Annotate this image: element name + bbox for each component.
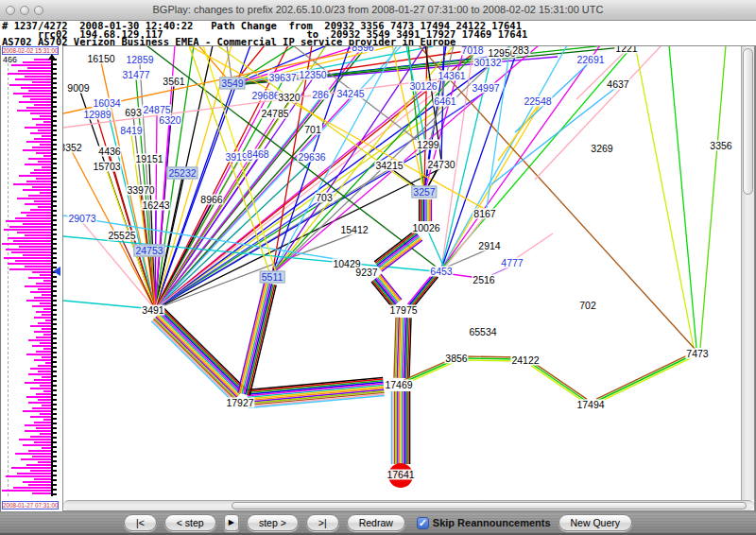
- as-node-14361[interactable]: 14361: [437, 71, 466, 81]
- as-node-17927[interactable]: 17927: [225, 398, 254, 408]
- as-node-286[interactable]: 286: [311, 90, 330, 100]
- as-node-6320[interactable]: 6320: [158, 115, 181, 126]
- step-forward-button[interactable]: step >: [247, 514, 299, 531]
- event-bar: [32, 81, 51, 83]
- as-node-3549[interactable]: 3549: [219, 78, 245, 90]
- as-node-7473[interactable]: 7473: [685, 349, 709, 359]
- as-node-3561[interactable]: 3561: [162, 77, 185, 87]
- as-node-34215[interactable]: 34215: [374, 161, 404, 171]
- as-node-3269[interactable]: 3269: [590, 144, 613, 154]
- as-node-3491[interactable]: 3491: [141, 305, 164, 316]
- player-toolbar: |< < step ▶ step > >| Redraw ✓ Skip Rean…: [0, 511, 756, 535]
- as-node-16243[interactable]: 16243: [141, 200, 170, 211]
- as-node-12989[interactable]: 12989: [82, 110, 112, 120]
- as-node-24730[interactable]: 24730: [426, 160, 455, 170]
- skip-reannouncements-checkbox[interactable]: ✓: [417, 517, 429, 529]
- timeline-position-marker[interactable]: [53, 267, 60, 276]
- as-node-25525[interactable]: 25525: [107, 231, 136, 241]
- new-query-button[interactable]: New Query: [558, 514, 633, 531]
- event-histogram[interactable]: [1, 59, 58, 496]
- as-node-9237[interactable]: 9237: [354, 268, 378, 278]
- as-node-3320[interactable]: 3320: [277, 93, 301, 103]
- as-node-2516[interactable]: 2516: [472, 275, 495, 285]
- as-node-34245[interactable]: 34245: [335, 89, 365, 99]
- event-bar: [9, 84, 51, 86]
- as-node-7018[interactable]: 7018: [460, 45, 484, 56]
- as-node-8596[interactable]: 8596: [351, 45, 374, 53]
- as-node-6461[interactable]: 6461: [433, 96, 456, 107]
- as-node-30132[interactable]: 30132: [472, 58, 502, 68]
- as-node-8966[interactable]: 8966: [199, 195, 223, 205]
- as-node-6453[interactable]: 6453: [429, 267, 453, 277]
- event-bar: [40, 413, 51, 415]
- as-node-17494[interactable]: 17494: [576, 400, 605, 410]
- as-node-29073[interactable]: 29073: [67, 214, 96, 224]
- as-node-4436[interactable]: 4436: [97, 147, 121, 157]
- go-to-start-button[interactable]: |<: [124, 514, 157, 531]
- as-node-1299[interactable]: 1299: [416, 140, 439, 150]
- as-node-24785[interactable]: 24785: [260, 109, 289, 119]
- as-node-3856[interactable]: 3856: [444, 354, 468, 364]
- as-node-4637[interactable]: 4637: [606, 79, 629, 90]
- as-node-8468[interactable]: 8468: [246, 149, 269, 160]
- as-node-39637[interactable]: 39637: [267, 73, 297, 83]
- as-node-29686[interactable]: 29686: [250, 91, 280, 101]
- as-node-17975[interactable]: 17975: [388, 305, 418, 316]
- event-bar: [30, 436, 51, 438]
- as-node-4777[interactable]: 4777: [500, 258, 524, 268]
- event-bar: [21, 87, 51, 89]
- as-node-19151[interactable]: 19151: [134, 154, 163, 164]
- as-node-22548[interactable]: 22548: [523, 96, 552, 107]
- as-node-9009[interactable]: 9009: [66, 83, 90, 94]
- as-node-29636[interactable]: 29636: [297, 152, 326, 163]
- as-node-283[interactable]: 283: [511, 45, 530, 56]
- as-node-3257[interactable]: 3257: [411, 186, 437, 198]
- redraw-button[interactable]: Redraw: [347, 514, 405, 531]
- as-node-10026[interactable]: 10026: [411, 223, 440, 233]
- as-node-16150[interactable]: 16150: [86, 54, 115, 64]
- as-node-65534[interactable]: 65534: [468, 327, 497, 337]
- horizontal-scrollbar-thumb[interactable]: [232, 502, 747, 509]
- play-button[interactable]: ▶: [224, 514, 239, 531]
- as-node-1221[interactable]: 1221: [614, 45, 638, 54]
- as-node-3352[interactable]: 3352: [62, 143, 83, 153]
- as-node-16034[interactable]: 16034: [92, 98, 121, 109]
- as-node-17641[interactable]: 17641: [386, 470, 415, 480]
- as-node-3356[interactable]: 3356: [709, 141, 732, 151]
- vertical-scrollbar[interactable]: [741, 46, 754, 500]
- event-bar: [38, 322, 51, 324]
- event-bar: [32, 147, 51, 148]
- as-node-22691[interactable]: 22691: [576, 55, 605, 65]
- as-node-15703[interactable]: 15703: [92, 162, 121, 172]
- as-node-34997[interactable]: 34997: [471, 83, 500, 94]
- as-node-5511[interactable]: 5511: [260, 271, 285, 284]
- as-node-702[interactable]: 702: [578, 301, 597, 311]
- as-node-31477[interactable]: 31477: [121, 70, 150, 80]
- horizontal-scrollbar[interactable]: [63, 500, 754, 510]
- event-bar: [42, 135, 51, 137]
- as-node-24122[interactable]: 24122: [510, 355, 540, 366]
- as-node-30126[interactable]: 30126: [408, 81, 438, 92]
- as-node-15412[interactable]: 15412: [339, 225, 369, 235]
- step-back-button[interactable]: < step: [164, 514, 216, 531]
- as-node-12350[interactable]: 12350: [298, 70, 327, 80]
- as-node-25232[interactable]: 25232: [166, 167, 198, 180]
- as-node-24753[interactable]: 24753: [133, 245, 164, 257]
- as-node-701[interactable]: 701: [303, 125, 322, 135]
- as-node-8419[interactable]: 8419: [119, 126, 143, 136]
- as-node-2914[interactable]: 2914: [477, 241, 501, 251]
- vertical-scrollbar-thumb[interactable]: [743, 48, 753, 195]
- as-node-8167[interactable]: 8167: [472, 209, 496, 219]
- as-node-12859[interactable]: 12859: [125, 55, 154, 65]
- event-bar: [32, 492, 51, 494]
- go-to-end-button[interactable]: >|: [306, 514, 339, 531]
- event-bar: [34, 331, 51, 333]
- event-bar: [38, 399, 51, 401]
- event-bar: [6, 220, 51, 222]
- as-node-33970[interactable]: 33970: [126, 185, 155, 196]
- event-bar: [6, 475, 51, 477]
- event-bar: [28, 90, 51, 92]
- as-node-693[interactable]: 693: [124, 108, 143, 118]
- as-node-703[interactable]: 703: [315, 193, 334, 203]
- as-node-17469[interactable]: 17469: [384, 380, 413, 390]
